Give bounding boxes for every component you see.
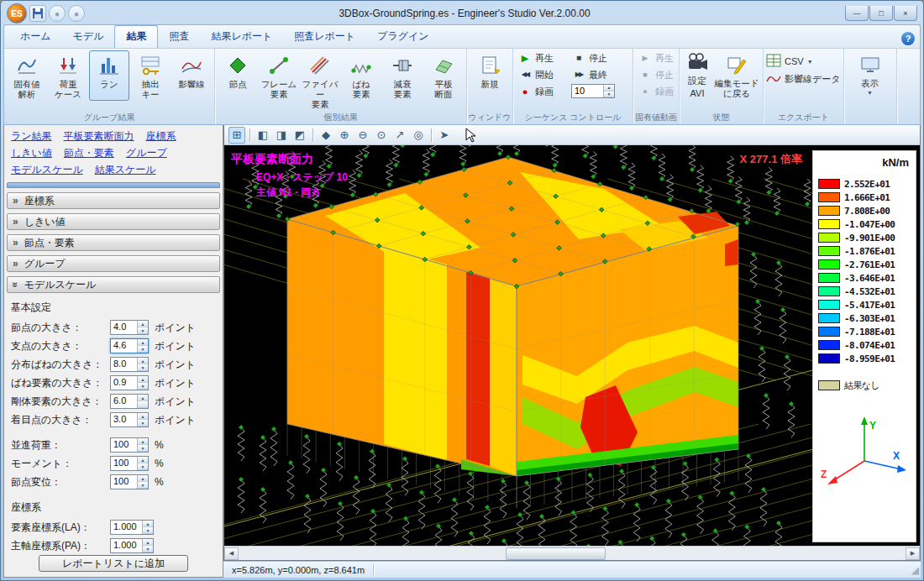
element-coord-stepper[interactable]: 1.000▲▼ xyxy=(110,520,154,535)
frame-element-button[interactable]: フレーム 要素 xyxy=(259,50,299,111)
app-logo-icon[interactable]: ES xyxy=(7,3,27,24)
spin-down-icon[interactable]: ▼ xyxy=(138,327,148,334)
model-3d-scene[interactable] xyxy=(224,145,812,546)
model-3d-canvas[interactable]: 平板要素断面力 EQ+X - ステップ 10 主値 N1 - 両方 X 277.… xyxy=(224,145,920,546)
section-model-scale[interactable]: » モデルスケール xyxy=(7,276,220,293)
influence-data-button[interactable]: 影響線データ xyxy=(766,72,841,86)
new-window-button[interactable]: 新規 xyxy=(470,50,510,91)
extract-key-button[interactable]: 抽出 キー xyxy=(130,50,171,101)
tab-results[interactable]: 結果 xyxy=(114,25,158,48)
spin-up-icon[interactable]: ▲ xyxy=(138,376,148,383)
node-result-button[interactable]: 節点 xyxy=(218,50,258,111)
spin-up-icon[interactable]: ▲ xyxy=(138,321,148,327)
resize-grip-icon[interactable]: ◢ xyxy=(911,564,921,576)
spring-element-size-stepper[interactable]: 0.9▲▼ xyxy=(110,375,149,390)
scrollbar-thumb[interactable] xyxy=(506,547,606,560)
link-result-scale[interactable]: 結果スケール xyxy=(95,163,156,177)
sequence-step-stepper[interactable]: 10 ▲▼ xyxy=(571,84,615,98)
node-size-stepper[interactable]: 4.0▲▼ xyxy=(110,320,149,335)
spin-down-icon[interactable]: ▼ xyxy=(138,445,148,452)
rotate-view-icon[interactable]: ↗ xyxy=(391,127,408,144)
spin-down-icon[interactable]: ▼ xyxy=(138,346,148,353)
tab-check[interactable]: 照査 xyxy=(158,26,200,48)
spin-up-icon[interactable]: ▲ xyxy=(138,475,148,482)
moment-stepper[interactable]: 100▲▼ xyxy=(110,456,149,471)
save-button[interactable] xyxy=(29,5,46,22)
redo-button[interactable]: ● xyxy=(68,5,85,22)
minimize-button[interactable]: — xyxy=(845,6,869,21)
scroll-right-arrow-icon[interactable]: ▶ xyxy=(906,547,920,560)
view-cube-front-icon[interactable]: ◨ xyxy=(273,127,290,144)
spin-up-icon[interactable]: ▲ xyxy=(143,521,153,527)
pointer-tool-icon[interactable]: ➤ xyxy=(436,127,453,144)
solid-display-icon[interactable]: ◆ xyxy=(318,127,334,144)
sequence-end-button[interactable]: ▶▶最終 xyxy=(570,67,630,82)
support-size-stepper[interactable]: 4.6▲▼ xyxy=(110,338,149,353)
spin-up-icon[interactable]: ▲ xyxy=(138,438,148,445)
spin-up-icon[interactable]: ▲ xyxy=(138,457,148,463)
view-cube-top-icon[interactable]: ◩ xyxy=(291,127,308,144)
plate-section-button[interactable]: 平板 断面 xyxy=(423,50,464,111)
tab-model[interactable]: モデル xyxy=(62,26,115,48)
tab-result-report[interactable]: 結果レポート xyxy=(200,26,283,48)
sequence-start-button[interactable]: ◀◀開始 xyxy=(516,67,570,82)
fiber-element-button[interactable]: ファイバー 要素 xyxy=(300,50,340,111)
spin-up-icon[interactable]: ▲ xyxy=(138,358,148,364)
link-model-scale[interactable]: モデルスケール xyxy=(11,163,83,177)
view-cube-iso-icon[interactable]: ◧ xyxy=(255,127,271,144)
rigid-element-size-stepper[interactable]: 6.0▲ xyxy=(110,394,149,409)
link-nodes-elements[interactable]: 節点・要素 xyxy=(64,146,114,160)
zoom-extents-icon[interactable]: ⊙ xyxy=(373,127,390,144)
tab-check-report[interactable]: 照査レポート xyxy=(283,26,366,48)
scrollbar-track[interactable] xyxy=(239,547,905,560)
link-plate-section-force[interactable]: 平板要素断面力 xyxy=(64,129,134,144)
eigen-video-record-button[interactable]: ●録画 xyxy=(636,84,676,99)
scrolled-section-header-partial[interactable] xyxy=(7,182,220,188)
influence-line-button[interactable]: 影響線 xyxy=(171,50,212,101)
section-threshold[interactable]: » しきい値 xyxy=(7,213,220,230)
distributed-spring-size-stepper[interactable]: 8.0▲▼ xyxy=(110,357,149,372)
section-group[interactable]: » グループ xyxy=(7,255,220,272)
spin-up-icon[interactable]: ▲ xyxy=(604,85,614,92)
close-button[interactable]: × xyxy=(894,6,917,21)
zoom-in-icon[interactable]: ⊕ xyxy=(336,127,353,144)
add-to-report-list-button[interactable]: レポートリストに追加 xyxy=(39,555,188,572)
spin-down-icon[interactable]: ▼ xyxy=(138,420,148,427)
spin-up-icon[interactable]: ▲ xyxy=(138,339,148,346)
load-case-button[interactable]: 荷重 ケース xyxy=(48,50,88,101)
link-group[interactable]: グループ xyxy=(126,146,167,160)
fit-view-icon[interactable]: ⊞ xyxy=(228,127,245,144)
undo-button[interactable]: ● xyxy=(49,5,66,22)
spin-up-icon[interactable]: ▲ xyxy=(143,539,153,546)
sequence-play-button[interactable]: ▶再生 xyxy=(516,50,570,65)
scroll-left-arrow-icon[interactable]: ◀ xyxy=(224,547,239,560)
avi-settings-button[interactable]: 設定 AVI xyxy=(682,50,712,101)
sequence-record-button[interactable]: ●録画 xyxy=(516,84,570,99)
eigen-video-stop-button[interactable]: ■停止 xyxy=(636,67,676,82)
spin-up-icon[interactable]: ▲ xyxy=(138,395,148,401)
link-coordinate-system[interactable]: 座標系 xyxy=(146,129,176,144)
translation-load-stepper[interactable]: 100▲▼ xyxy=(110,437,149,453)
spin-down-icon[interactable]: ▼ xyxy=(138,463,148,470)
damper-element-button[interactable]: 減衰 要素 xyxy=(382,50,423,111)
principal-axis-coord-stepper[interactable]: 1.000▲▼ xyxy=(110,538,154,553)
csv-export-button[interactable]: CSV ▼ xyxy=(766,54,841,69)
tab-plugin[interactable]: プラグイン xyxy=(366,26,439,48)
node-displacement-stepper[interactable]: 100▲▼ xyxy=(110,474,149,489)
help-button[interactable]: ? xyxy=(901,32,915,45)
spin-down-icon[interactable] xyxy=(138,401,148,408)
run-button[interactable]: ラン xyxy=(89,50,129,101)
section-coordinate-system[interactable]: » 座標系 xyxy=(7,192,220,209)
link-run-results[interactable]: ラン結果 xyxy=(11,129,52,144)
spin-down-icon[interactable]: ▼ xyxy=(604,92,614,98)
maximize-button[interactable]: □ xyxy=(869,6,893,21)
tab-home[interactable]: ホーム xyxy=(9,26,62,48)
spin-down-icon[interactable]: ▼ xyxy=(143,546,153,552)
perspective-icon[interactable]: ◎ xyxy=(410,127,427,144)
spin-down-icon[interactable]: ▼ xyxy=(143,527,153,534)
horizontal-scrollbar[interactable]: ◀ ▶ xyxy=(224,546,920,560)
eigen-video-play-button[interactable]: ▶再生 xyxy=(636,50,676,65)
spin-down-icon[interactable]: ▼ xyxy=(138,482,148,489)
spin-down-icon[interactable]: ▼ xyxy=(138,364,148,371)
display-options-button[interactable]: 表示 ▼ xyxy=(847,50,894,98)
